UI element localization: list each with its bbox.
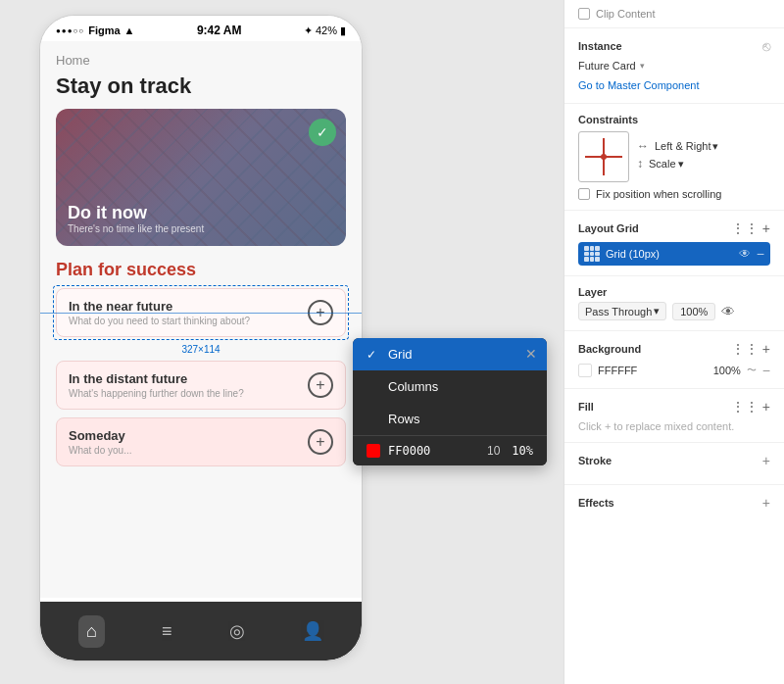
grid-cell-4 [584,252,589,257]
effects-title: Effects [578,497,614,509]
background-remove-button[interactable]: − [762,363,770,378]
horizontal-constraint-dropdown[interactable]: Left & Right ▾ [655,140,718,153]
stroke-actions: + [762,453,770,468]
dropdown-close-button[interactable]: ✕ [525,346,537,362]
rows-label: Rows [388,412,420,426]
stroke-title: Stroke [578,455,612,466]
fix-position-checkbox[interactable] [578,188,590,200]
battery-icon: ▮ [340,24,346,37]
constraints-title: Constraints [578,114,638,125]
status-right: ✦ 42% ▮ [304,24,346,37]
grid-name-label: Grid (10px) [606,248,733,260]
canvas-area: ●●●○○ Figma ▲ 9:42 AM ✦ 42% ▮ Home Stay … [0,0,564,684]
blend-mode-dropdown[interactable]: Pass Through ▾ [578,302,666,320]
opacity-value: 10% [512,444,533,458]
someday-title: Someday [69,428,308,443]
fill-add-button[interactable]: + [762,399,770,415]
hero-card: ✓ Do it now There's no time like the pre… [56,109,346,246]
horizontal-guide [40,313,362,314]
background-hex: FFFFFF [598,365,700,376]
wifi-icon: ▲ [124,24,135,36]
color-row: FF0000 10 10% [353,435,547,465]
horizontal-constraint-value: Left & Right [655,140,710,152]
background-color-swatch[interactable] [578,364,592,377]
fill-actions: ⋮⋮ + [731,399,770,415]
distant-future-card[interactable]: In the distant future What's happening f… [56,361,346,410]
background-wave-icon: 〜 [747,364,757,377]
instance-title: Instance [578,40,622,52]
layout-grid-header: Layout Grid ⋮⋮ + [578,220,770,236]
stay-on-track-title: Stay on track [56,73,346,99]
nav-profile-icon[interactable]: 👤 [302,620,323,642]
someday-card[interactable]: Someday What do you... + [56,417,346,466]
clip-content-checkbox[interactable] [578,8,590,20]
hero-card-text: Do it now There's no time like the prese… [68,203,204,234]
vertical-constraint-value: Scale [649,158,676,170]
opacity-input[interactable]: 100% [672,303,715,320]
nav-list-icon[interactable]: ≡ [162,621,172,642]
vertical-chevron-icon: ▾ [678,158,684,171]
layer-controls: Pass Through ▾ 100% 👁 [578,302,770,320]
background-title: Background [578,343,641,355]
nav-home-icon[interactable]: ⌂ [78,615,105,648]
near-future-subtitle: What do you need to start thinking about… [69,316,308,326]
horizontal-constraint-row[interactable]: ↔ Left & Right ▾ [637,139,770,153]
component-name-row[interactable]: Future Card ▾ [578,60,770,72]
constraints-header: Constraints [578,114,770,125]
phone-bottom-nav: ⌂ ≡ ◎ 👤 [40,602,362,660]
nav-search-icon[interactable]: ◎ [229,620,245,642]
phone-mockup: ●●●○○ Figma ▲ 9:42 AM ✦ 42% ▮ Home Stay … [39,15,363,661]
grid-cell-6 [595,252,600,257]
instance-section: Instance ⎋ Future Card ▾ Go to Master Co… [564,28,784,104]
constraints-section: Constraints ↔ Left & Right ▾ ↕ [564,104,784,211]
layout-grid-actions: ⋮⋮ + [731,220,770,236]
grid-option[interactable]: ✓ Grid [353,338,547,370]
instance-link-icon[interactable]: ⎋ [762,38,770,54]
grid-visibility-toggle[interactable]: 👁 [739,247,751,261]
vertical-constraint-row[interactable]: ↕ Scale ▾ [637,157,770,171]
background-header: Background ⋮⋮ + [578,341,770,357]
layout-grid-grid-icon[interactable]: ⋮⋮ [731,220,759,236]
vertical-constraint-dropdown[interactable]: Scale ▾ [649,158,684,171]
fix-position-row[interactable]: Fix position when scrolling [578,188,770,200]
grid-type-icon [584,246,600,262]
hero-card-title: Do it now [68,203,204,223]
effects-section: Effects + [564,485,784,526]
layer-visibility-icon[interactable]: 👁 [721,304,735,319]
rows-option[interactable]: Rows [353,403,547,435]
status-time: 9:42 AM [197,24,242,37]
blend-mode-value: Pass Through [585,306,652,318]
phone-content: Home Stay on track ✓ Do it now There's n… [40,41,362,598]
dropdown-number: 10 [487,444,500,458]
someday-subtitle: What do you... [69,445,308,456]
layer-header: Layer [578,286,770,298]
fill-grid-icon[interactable]: ⋮⋮ [731,399,759,415]
someday-text: Someday What do you... [69,428,308,456]
distant-future-add-button[interactable]: + [308,372,333,398]
fill-mixed-text: Click + to replace mixed content. [578,420,770,432]
effects-header: Effects + [578,495,770,511]
selected-card-wrapper[interactable]: In the near future What do you need to s… [56,288,346,337]
effects-add-button[interactable]: + [762,495,770,511]
stroke-add-button[interactable]: + [762,453,770,468]
background-add-button[interactable]: + [762,341,770,357]
layout-grid-add-button[interactable]: + [762,220,770,236]
color-hex-value: FF0000 [388,444,430,458]
bluetooth-icon: ✦ [304,24,313,37]
goto-master-link[interactable]: Go to Master Component [578,79,700,91]
background-grid-icon[interactable]: ⋮⋮ [731,341,759,357]
grid-item-row[interactable]: Grid (10px) 👁 − [578,242,770,266]
fill-section: Fill ⋮⋮ + Click + to replace mixed conte… [564,389,784,443]
instance-header: Instance ⎋ [578,38,770,54]
columns-option[interactable]: Columns [353,370,547,403]
background-color-row[interactable]: FFFFFF 100% 〜 − [578,363,770,378]
fix-position-label: Fix position when scrolling [596,188,721,200]
grid-type-dropdown[interactable]: ✓ Grid Columns Rows ✕ FF0000 10 10% [353,338,547,465]
fill-header: Fill ⋮⋮ + [578,399,770,415]
distant-future-text: In the distant future What's happening f… [69,371,308,399]
plan-label: Plan for success [56,260,346,280]
grid-remove-button[interactable]: − [757,246,764,262]
clip-content-row[interactable]: Clip Content [564,0,784,28]
grid-cell-2 [590,246,595,251]
someday-add-button[interactable]: + [308,429,333,455]
